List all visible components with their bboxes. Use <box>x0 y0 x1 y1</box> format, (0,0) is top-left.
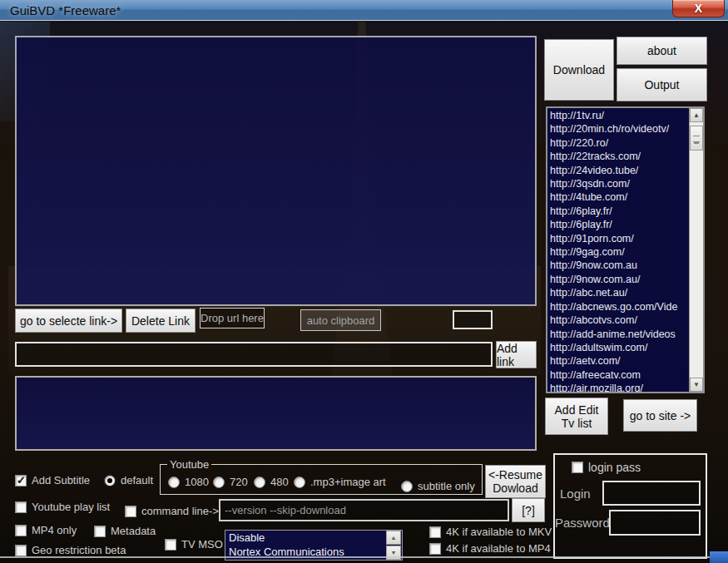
resume-label-line1: <-Resume <box>488 468 542 482</box>
queue-panel[interactable] <box>15 376 537 451</box>
geo-restriction-label[interactable]: Geo restriction beta <box>32 544 126 556</box>
url-list-item[interactable]: http://6play.fr/ <box>550 218 687 231</box>
4k-mkv-checkbox[interactable] <box>429 526 441 538</box>
url-list-item[interactable]: http://22tracks.com/ <box>550 150 687 163</box>
resume-label-line2: Dowload <box>493 482 537 495</box>
url-list-item[interactable]: http://3qsdn.com/ <box>550 177 687 190</box>
command-line-label[interactable]: command line-> <box>141 505 219 517</box>
metadata-checkbox[interactable] <box>94 526 106 537</box>
go-to-site-button[interactable]: go to site -> <box>623 399 697 432</box>
mso-list-item[interactable]: Disable <box>225 531 402 545</box>
youtube-playlist-label[interactable]: Youtube play list <box>32 501 110 513</box>
scroll-down-icon[interactable]: ▼ <box>690 378 703 392</box>
url-list-item[interactable]: http://9now.com.au <box>550 259 687 272</box>
url-list-item[interactable]: http://air.mozilla.org/ <box>550 382 687 392</box>
output-button[interactable]: Output <box>617 68 707 101</box>
res-1080-radio[interactable] <box>168 477 180 488</box>
tv-mso-label[interactable]: TV MSO <box>181 538 223 551</box>
mp4-only-checkbox[interactable] <box>15 525 27 536</box>
mp3-image-art-radio[interactable] <box>294 477 305 488</box>
window-title: GuiBVD *Freeware* <box>10 3 121 17</box>
main-link-panel[interactable] <box>15 36 537 306</box>
mso-scrollbar[interactable]: ▲ ▼ <box>386 531 402 560</box>
default-label[interactable]: default <box>121 474 153 486</box>
title-bar[interactable]: GuiBVD *Freeware* X <box>0 0 728 21</box>
resume-download-button[interactable]: <-Resume Dowload <box>485 465 546 498</box>
go-to-selected-link-button[interactable]: go to selecte link-> <box>15 309 122 333</box>
site-url-listbox[interactable]: http://1tv.ru/http://20min.ch/ro/videotv… <box>546 106 705 393</box>
command-line-input[interactable] <box>219 499 509 521</box>
res-720-label[interactable]: 720 <box>230 476 248 488</box>
subtitle-only-label[interactable]: subtitle only <box>418 480 475 492</box>
youtube-group-legend: Youtube <box>167 458 211 471</box>
about-button[interactable]: about <box>617 37 707 65</box>
url-list-item[interactable]: http://24video.tube/ <box>550 164 687 177</box>
mp4-only-label[interactable]: MP4 only <box>32 524 77 536</box>
add-link-button[interactable]: Add link <box>496 341 537 368</box>
add-subtitle-label[interactable]: Add Subtitle <box>32 474 90 486</box>
help-button[interactable]: [?] <box>512 498 545 522</box>
youtube-playlist-checkbox[interactable] <box>15 501 27 513</box>
login-label: Login <box>560 486 591 501</box>
geo-restriction-checkbox[interactable] <box>15 545 27 556</box>
add-edit-label-line2: Tv list <box>562 417 592 430</box>
add-subtitle-checkbox[interactable] <box>15 475 27 486</box>
url-list-item[interactable]: http://91porn.com/ <box>550 232 687 245</box>
scroll-up-icon[interactable]: ▲ <box>690 108 703 122</box>
url-list-item[interactable]: http://220.ro/ <box>550 136 687 150</box>
delete-link-button[interactable]: Delete Link <box>126 309 196 333</box>
url-list-item[interactable]: http://9gag.com/ <box>550 245 687 259</box>
link-count-box[interactable] <box>453 310 493 329</box>
url-list-item[interactable]: http://20min.ch/ro/videotv/ <box>550 122 687 136</box>
auto-clipboard-button[interactable]: auto clipboard <box>300 309 381 331</box>
url-list-item[interactable]: http://adultswim.com/ <box>550 341 687 354</box>
url-list-item[interactable]: http://abcotvs.com/ <box>550 314 687 327</box>
login-group: login pass Login Password <box>553 453 707 559</box>
app-window: GuiBVD *Freeware* X Download about Outpu… <box>0 0 728 563</box>
url-list-item[interactable]: http://1tv.ru/ <box>550 109 687 122</box>
url-list-item[interactable]: http://6play.fr/ <box>550 205 687 218</box>
url-list-item[interactable]: http://aetv.com/ <box>550 354 687 368</box>
drop-url-here-zone[interactable]: Drop url here <box>200 308 265 328</box>
add-link-input[interactable] <box>15 342 493 367</box>
mso-list: DisableNortex Communications <box>225 531 402 559</box>
password-input[interactable] <box>609 510 701 536</box>
mso-scroll-up-icon[interactable]: ▲ <box>386 531 401 545</box>
url-list-scrollbar[interactable]: ▲ ▼ <box>689 108 703 392</box>
url-list-item[interactable]: http://afreecatv.com <box>550 368 687 382</box>
add-edit-tv-list-button[interactable]: Add Edit Tv list <box>545 398 608 435</box>
url-list-item[interactable]: http://abcnews.go.com/Vide <box>550 300 687 314</box>
download-button[interactable]: Download <box>544 39 614 101</box>
url-list-item[interactable]: http://abc.net.au/ <box>550 286 687 299</box>
password-label: Password <box>555 516 610 530</box>
res-480-radio[interactable] <box>254 477 265 488</box>
4k-mp4-label[interactable]: 4K if available to MP4 <box>446 542 551 555</box>
resize-grip[interactable] <box>710 551 728 563</box>
mp3-image-art-label[interactable]: .mp3+image art <box>310 476 386 488</box>
url-list-item[interactable]: http://9now.com.au/ <box>550 273 687 286</box>
tv-mso-checkbox[interactable] <box>165 539 176 551</box>
login-pass-checkbox[interactable] <box>572 462 583 473</box>
url-list: http://1tv.ru/http://20min.ch/ro/videotv… <box>550 109 687 392</box>
4k-mp4-checkbox[interactable] <box>429 543 441 555</box>
default-radio[interactable] <box>104 475 116 486</box>
add-edit-label-line1: Add Edit <box>555 403 599 417</box>
res-720-radio[interactable] <box>213 477 225 488</box>
res-1080-label[interactable]: 1080 <box>185 476 209 488</box>
login-input[interactable] <box>602 481 701 506</box>
login-pass-label[interactable]: login pass <box>588 461 641 474</box>
url-list-item[interactable]: http://add-anime.net/videos <box>550 328 687 341</box>
url-list-item[interactable]: http://4tube.com/ <box>550 190 687 204</box>
res-480-label[interactable]: 480 <box>270 476 289 488</box>
metadata-label[interactable]: Metadata <box>111 525 156 537</box>
scrollbar-thumb[interactable] <box>690 126 703 151</box>
window-bottom-edge <box>0 556 728 558</box>
close-icon: X <box>695 2 702 15</box>
subtitle-only-radio[interactable] <box>401 481 413 492</box>
4k-mkv-label[interactable]: 4K if available to MKV <box>446 526 552 538</box>
command-line-checkbox[interactable] <box>125 506 136 517</box>
close-button[interactable]: X <box>672 0 725 17</box>
